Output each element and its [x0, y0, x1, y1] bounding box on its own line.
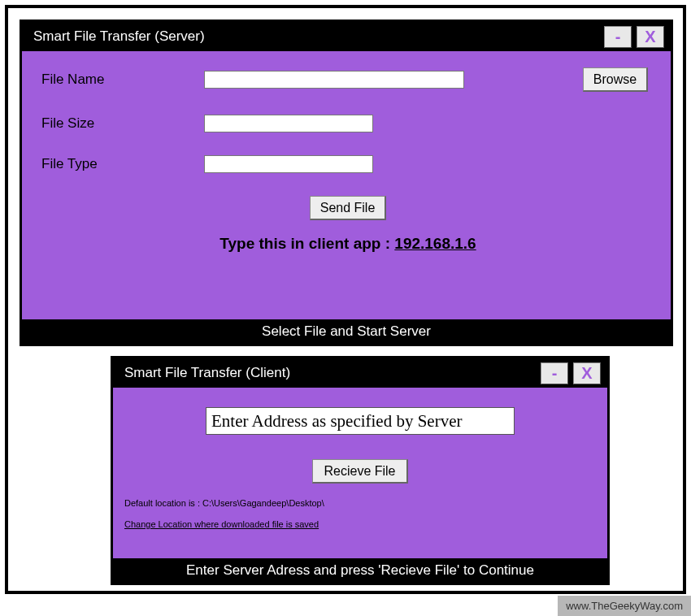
- server-body: File Name Browse File Size File Type Sen…: [22, 51, 671, 253]
- file-name-row: File Name Browse: [41, 67, 654, 92]
- file-size-label: File Size: [41, 115, 204, 132]
- file-size-input[interactable]: [204, 115, 373, 132]
- client-body: Recieve File Default location is : C:\Us…: [113, 388, 607, 531]
- client-title: Smart File Transfer (Client): [124, 365, 536, 381]
- file-name-label: File Name: [41, 72, 204, 88]
- change-location-link[interactable]: Change Location where downloaded file is…: [124, 519, 319, 529]
- file-type-input[interactable]: [204, 155, 373, 173]
- close-button[interactable]: X: [573, 362, 601, 384]
- server-title: Smart File Transfer (Server): [33, 28, 599, 45]
- file-type-label: File Type: [41, 156, 204, 172]
- file-size-row: File Size: [41, 115, 654, 132]
- client-status: Enter Server Adress and press 'Recieve F…: [113, 558, 607, 583]
- server-window: Smart File Transfer (Server) - X File Na…: [20, 20, 673, 346]
- client-titlebar: Smart File Transfer (Client) - X: [113, 358, 607, 388]
- ip-address: 192.168.1.6: [394, 235, 476, 252]
- ip-instruction: Type this in client app : 192.168.1.6: [41, 235, 654, 253]
- file-type-row: File Type: [41, 155, 654, 173]
- close-button[interactable]: X: [637, 26, 664, 48]
- browse-button[interactable]: Browse: [583, 67, 648, 92]
- server-address-input[interactable]: [206, 407, 515, 435]
- client-window: Smart File Transfer (Client) - X Recieve…: [111, 356, 610, 585]
- watermark: www.TheGeekyWay.com: [558, 596, 691, 616]
- send-file-button[interactable]: Send File: [310, 196, 386, 220]
- minimize-button[interactable]: -: [541, 362, 568, 384]
- outer-frame: Smart File Transfer (Server) - X File Na…: [5, 5, 686, 594]
- server-titlebar: Smart File Transfer (Server) - X: [22, 22, 671, 51]
- ip-prefix: Type this in client app :: [219, 235, 394, 252]
- minimize-button[interactable]: -: [604, 26, 632, 48]
- server-status: Select File and Start Server: [22, 319, 671, 344]
- file-name-input[interactable]: [204, 71, 464, 89]
- receive-file-button[interactable]: Recieve File: [312, 459, 408, 484]
- default-location-text: Default location is : C:\Users\Gagandeep…: [124, 498, 596, 508]
